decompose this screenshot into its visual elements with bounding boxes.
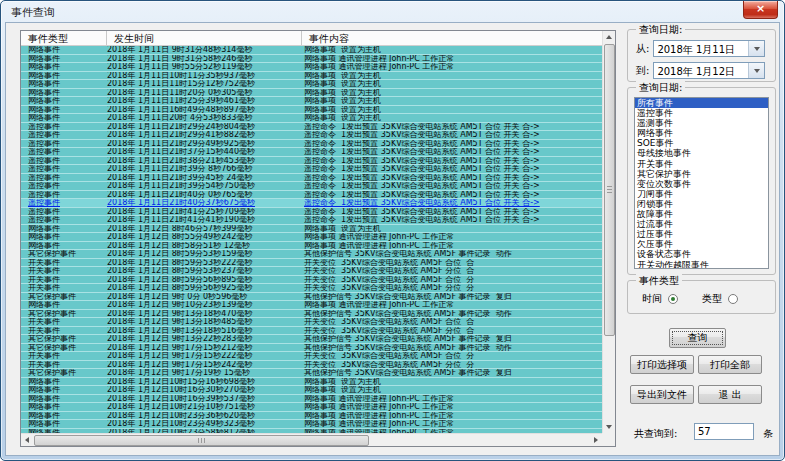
table-row[interactable]: 遥控事件2018年 1月11日21时39分45秒 24毫秒遥控命令 1发出预置 …: [21, 174, 602, 183]
table-row[interactable]: 遥控事件2018年 1月11日21时38分21秒453毫秒遥控命令 1发出预置 …: [21, 157, 602, 166]
export-to-file-button[interactable]: 导出到文件: [630, 385, 694, 404]
column-header-type[interactable]: 事件类型: [21, 31, 107, 45]
list-item[interactable]: 欠压事件: [635, 239, 768, 249]
list-item[interactable]: 过流事件: [635, 219, 768, 229]
list-item[interactable]: 变位次数事件: [635, 179, 768, 189]
table-cell: 2018年 1月11日 9时31分48秒314毫秒: [107, 46, 302, 54]
table-row[interactable]: 网络事件2018年 1月11日11时15分12秒752毫秒网络事项 设置为主机: [21, 80, 602, 89]
scroll-left-button[interactable]: [21, 434, 33, 446]
table-row[interactable]: 遥控事件2018年 1月11日21时29分41秒882毫秒遥控命令 1发出预置 …: [21, 131, 602, 140]
table-row[interactable]: 网络事件2018年 1月11日 9时55分52秒119毫秒网络事项 通讯管理进程…: [21, 63, 602, 72]
table-row[interactable]: 开关事件2018年 1月12日 8时59分53秒222毫秒开关变位 35KV综合…: [21, 259, 602, 268]
vertical-scroll-thumb[interactable]: [604, 44, 615, 336]
table-row[interactable]: 遥控事件2018年 1月11日21时40分 0秒765毫秒遥控命令 1发出预置 …: [21, 191, 602, 200]
table-row[interactable]: 开关事件2018年 1月12日 9时17分15秒222毫秒开关变位 35KV综合…: [21, 352, 602, 361]
table-cell: 网络事项 通讯管理进程 John-PC 工作正常: [302, 420, 602, 428]
table-row[interactable]: 网络事件2018年 1月11日16时49分48秒897毫秒网络事项 设置为主机: [21, 106, 602, 115]
table-cell: 网络事件: [21, 378, 107, 386]
table-row[interactable]: 遥控事件2018年 1月11日21时29分24秒804毫秒遥控命令 1发出预置 …: [21, 123, 602, 132]
table-row[interactable]: 网络事件2018年 1月11日11时25分39秒461毫秒网络事项 设置为主机: [21, 97, 602, 106]
table-cell: 网络事项 通讯管理进程 John-PC 工作正常: [302, 233, 602, 241]
table-cell: 遥控命令 1发出预置 35KV综合变电站系统 AM5T 合位 开关 合->: [302, 148, 602, 156]
table-cell: 网络事项 设置为主机: [302, 106, 602, 114]
list-item[interactable]: 刀闸事件: [635, 189, 768, 199]
table-row[interactable]: 遥控事件2018年 1月11日21时29分49秒925毫秒遥控命令 1发出预置 …: [21, 140, 602, 149]
close-button[interactable]: ×: [743, 1, 778, 19]
horizontal-scroll-thumb[interactable]: [34, 435, 369, 446]
table-row[interactable]: 遥控事件2018年 1月11日21时37分15秒440毫秒遥控命令 1发出预置 …: [21, 148, 602, 157]
query-button[interactable]: 查询: [669, 328, 726, 348]
radio-time[interactable]: [668, 294, 678, 304]
table-row[interactable]: 网络事件2018年 1月11日10时11分35秒937毫秒网络事项 设置为主机: [21, 72, 602, 81]
table-row[interactable]: 网络事件2018年 1月12日 9时10分23秒139毫秒网络事项 通讯管理进程…: [21, 301, 602, 310]
list-item[interactable]: 遥测事件: [635, 118, 768, 128]
scroll-down-button[interactable]: [603, 421, 615, 433]
list-item[interactable]: 母线接地事件: [635, 148, 768, 158]
title-bar[interactable]: 事件查询 ×: [1, 1, 784, 22]
list-item[interactable]: SOE事件: [635, 138, 768, 148]
print-selected-button[interactable]: 打印选择项: [630, 355, 694, 374]
table-row[interactable]: 网络事件2018年 1月12日 8时58分51秒 12毫秒网络事项 通讯管理进程…: [21, 242, 602, 251]
table-cell: 其他保护信号 35KV综合变电站系统 AM5F 事件记录 复归: [302, 293, 602, 301]
vertical-scrollbar[interactable]: [602, 31, 615, 433]
table-row[interactable]: 网络事件2018年 1月12日 8时46分57秒399毫秒网络事项 设置为主机: [21, 225, 602, 234]
list-item[interactable]: 其它保护事件: [635, 169, 768, 179]
column-header-content[interactable]: 事件内容: [302, 31, 602, 45]
list-item[interactable]: 设备状态事件: [635, 249, 768, 259]
table-row[interactable]: 遥控事件2018年 1月11日21时39分54秒750毫秒遥控命令 1发出预置 …: [21, 182, 602, 191]
exit-button[interactable]: 退 出: [698, 385, 762, 404]
table-row[interactable]: 其它保护事件2018年 1月12日 9时 0分 0秒596毫秒其他保护信号 35…: [21, 293, 602, 302]
list-item[interactable]: 开关动作越限事件: [635, 260, 768, 270]
table-row[interactable]: 其它保护事件2018年 1月12日 9时17分15秒212毫秒其他保护信号 35…: [21, 344, 602, 353]
table-row[interactable]: 网络事件2018年 1月11日 9时31分58秒246毫秒网络事项 通讯管理进程…: [21, 55, 602, 64]
table-row[interactable]: 其它保护事件2018年 1月12日 9时13分22秒283毫秒其他保护信号 35…: [21, 335, 602, 344]
table-cell: 开关事件: [21, 361, 107, 369]
table-row[interactable]: 其它保护事件2018年 1月12日 9时13分18秒470毫秒其他保护信号 35…: [21, 310, 602, 319]
table-row[interactable]: 网络事件2018年 1月12日10时15分16秒698毫秒网络事项 设置为主机: [21, 378, 602, 387]
table-cell: 网络事件: [21, 72, 107, 80]
table-row[interactable]: 网络事件2018年 1月12日10时23分49秒323毫秒网络事项 通讯管理进程…: [21, 420, 602, 429]
total-count-field[interactable]: 57: [694, 423, 754, 440]
table-row[interactable]: 网络事件2018年 1月11日20时 4分53秒833毫秒网络事项 设置为主机: [21, 114, 602, 123]
list-item[interactable]: 闭锁事件: [635, 199, 768, 209]
table-row[interactable]: 网络事件2018年 1月12日10时16分39秒537毫秒网络事项 通讯管理进程…: [21, 395, 602, 404]
table-row[interactable]: 开关事件2018年 1月12日 9时13分18秒516毫秒开关变位 35KV综合…: [21, 327, 602, 336]
table-row[interactable]: 网络事件2018年 1月11日 9时31分48秒314毫秒网络事项 设置为主机: [21, 46, 602, 55]
scroll-up-button[interactable]: [603, 31, 615, 43]
table-row[interactable]: 网络事件2018年 1月12日10时23分36秒620毫秒网络事项 通讯管理进程…: [21, 412, 602, 421]
table-row[interactable]: 开关事件2018年 1月12日 8时59分53秒237毫秒开关变位 35KV综合…: [21, 267, 602, 276]
table-row[interactable]: 开关事件2018年 1月12日 9时13分18秒485毫秒开关变位 35KV综合…: [21, 318, 602, 327]
table-row[interactable]: 遥控事件2018年 1月11日21时39分 8秒766毫秒遥控命令 1发出预置 …: [21, 165, 602, 174]
column-header-time[interactable]: 发生时间: [107, 31, 302, 45]
from-date-dropdown-button[interactable]: [748, 41, 764, 56]
list-item[interactable]: 开关事件: [635, 159, 768, 169]
from-date-combobox[interactable]: 2018年 1月11日: [653, 40, 765, 57]
table-row[interactable]: 网络事件2018年 1月12日10时21分10秒751毫秒网络事项 通讯管理进程…: [21, 403, 602, 412]
horizontal-scrollbar[interactable]: [21, 433, 602, 446]
radio-type[interactable]: [728, 294, 738, 304]
scroll-right-button[interactable]: [590, 434, 602, 446]
table-row[interactable]: 其它保护事件2018年 1月12日 9时17分19秒 15毫秒其他保护信号 35…: [21, 369, 602, 378]
table-row[interactable]: 开关事件2018年 1月12日 9时17分15秒242毫秒开关变位 35KV综合…: [21, 361, 602, 370]
event-type-listbox[interactable]: 所有事件遥控事件遥测事件网络事件SOE事件母线接地事件开关事件其它保护事件变位次…: [634, 97, 769, 269]
list-item[interactable]: 故障事件: [635, 209, 768, 219]
table-row[interactable]: 网络事件2018年 1月12日10时16分30秒270毫秒网络事项 设置为主机: [21, 386, 602, 395]
table-row[interactable]: 开关事件2018年 1月12日 8时59分56秒925毫秒开关变位 35KV综合…: [21, 284, 602, 293]
table-cell: 遥控命令 1发出预置 35KV综合变电站系统 AM5T 合位 开关 合->: [302, 140, 602, 148]
table-row[interactable]: 遥控事件2018年 1月11日21时41分25秒709毫秒遥控命令 1发出预置 …: [21, 208, 602, 217]
to-date-combobox[interactable]: 2018年 1月12日: [653, 62, 765, 79]
list-item[interactable]: 遥控事件: [635, 108, 768, 118]
list-item[interactable]: 所有事件: [635, 98, 768, 108]
list-item[interactable]: 网络事件: [635, 128, 768, 138]
table-cell: 其它保护事件: [21, 293, 107, 301]
table-row[interactable]: 遥控事件2018年 1月11日21时40分37秒675毫秒遥控命令 1发出预置 …: [21, 199, 602, 208]
print-all-button[interactable]: 打印全部: [698, 355, 762, 374]
table-cell: 遥控命令 1发出预置 35KV综合变电站系统 AM5T 合位 开关 合->: [302, 157, 602, 165]
table-row[interactable]: 遥控事件2018年 1月11日21时41分41秒190毫秒遥控命令 1发出预置 …: [21, 216, 602, 225]
table-row[interactable]: 网络事件2018年 1月11日11时20分 0秒305毫秒网络事项 设置为主机: [21, 89, 602, 98]
table-row[interactable]: 其它保护事件2018年 1月12日 8时59分53秒159毫秒其他保护信号 35…: [21, 250, 602, 259]
to-date-dropdown-button[interactable]: [748, 63, 764, 78]
table-row[interactable]: 开关事件2018年 1月12日 8时59分56秒895毫秒开关变位 35KV综合…: [21, 276, 602, 285]
list-item[interactable]: 过压事件: [635, 229, 768, 239]
table-row[interactable]: 网络事件2018年 1月12日 8时55分49秒242毫秒网络事项 通讯管理进程…: [21, 233, 602, 242]
